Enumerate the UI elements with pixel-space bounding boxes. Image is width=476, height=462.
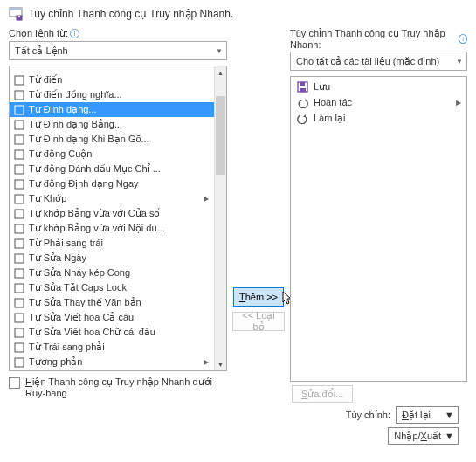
list-item[interactable]: Tự động Cuộn [10,147,214,162]
svg-rect-14 [15,224,24,233]
remove-button: << Loại bỏ [232,312,285,331]
command-icon [13,89,25,101]
command-icon [13,223,25,235]
svg-rect-23 [15,358,24,367]
list-item[interactable]: Tự Sửa Viết hoa Cả câu [10,310,214,325]
scroll-up-button[interactable]: ▲ [215,66,226,79]
list-item[interactable]: Tự động Định dạng Ngay [10,176,214,191]
list-item[interactable]: Hoàn tác▶ [293,94,465,110]
list-item[interactable]: Tự động Đánh dấu Mục Chỉ ... [10,162,214,176]
command-icon [13,312,25,324]
svg-rect-3 [18,16,20,17]
list-item-label: Tương phản [29,356,82,368]
list-item-label: Tự động Cuộn [29,148,92,160]
scroll-track[interactable] [215,79,226,358]
submenu-arrow-icon: ▶ [456,99,461,107]
chevron-down-icon: ▼ [456,58,463,66]
list-item[interactable]: Tự khớp Bảng vừa với Cửa sổ [10,206,214,221]
list-item[interactable]: Tự Sửa Nháy kép Cong [10,265,214,280]
svg-rect-8 [15,135,24,144]
show-below-ribbon-checkbox[interactable] [9,377,20,389]
list-item[interactable]: Từ điển đồng nghĩa... [10,87,214,102]
customize-qat-label: Tùy chỉnh Thanh công cụ Truy nhập Nhanh:… [290,28,467,50]
dialog-title: Tùy chỉnh Thanh công cụ Truy nhập Nhanh. [28,8,233,20]
svg-rect-15 [15,239,24,248]
choose-commands-dropdown[interactable]: Tất cả Lệnh ▼ [9,41,227,60]
commands-listbox[interactable]: Từ điểnTừ điển đồng nghĩa...Tự Định dạng… [9,66,227,371]
list-item[interactable]: Tự Sửa Thay thế Văn bản [10,295,214,310]
command-icon [13,163,25,176]
command-icon [13,297,25,309]
svg-rect-28 [300,88,306,92]
svg-rect-22 [15,343,24,352]
svg-rect-27 [300,82,305,86]
list-item-label: Tự Định dạng Khi Bạn Gõ... [29,134,149,145]
list-item[interactable]: Từ Trái sang phải [10,340,214,355]
command-icon [13,134,25,146]
command-icon [13,252,25,265]
list-item-label: Từ Phải sang trái [29,238,103,249]
reset-dropdown[interactable]: Đặt lại ▼ [396,406,459,424]
list-item[interactable]: Tự Sửa Ngày [10,251,214,265]
info-icon: i [459,34,467,44]
list-item-label: Làm lại [314,113,345,124]
list-item-label: Tự Sửa Tắt Caps Lock [29,282,127,293]
chevron-down-icon: ▼ [216,47,223,55]
list-item-label: Tự Định dạng Bảng... [29,119,122,130]
command-icon [13,327,25,339]
list-item[interactable]: Tự Khớp▶ [10,191,214,206]
list-item[interactable]: Tự Định dạng... [10,102,214,117]
list-item[interactable]: Tự Sửa Tắt Caps Lock [10,280,214,295]
list-item-label: Tự động Định dạng Ngay [29,178,139,190]
list-item[interactable]: Từ điển [10,72,214,87]
command-icon [13,341,25,354]
quick-access-icon [9,7,23,21]
list-item[interactable]: Lưu [293,79,465,94]
list-item[interactable]: Thanh công cụ Tùy chỉnh▶ [10,369,214,370]
scrollbar[interactable]: ▲ ▼ [214,66,226,370]
command-icon [13,74,25,86]
svg-rect-12 [15,195,24,203]
list-item-label: Tự Sửa Ngày [29,252,86,264]
redo-icon [296,112,308,124]
list-item[interactable]: Tự Định dạng Khi Bạn Gõ... [10,132,214,147]
svg-rect-9 [15,150,24,159]
command-icon [13,356,25,369]
list-item-label: Tự Định dạng... [29,104,97,115]
chevron-down-icon: ▼ [445,431,454,441]
list-item[interactable] [10,66,214,72]
list-item-label: Lưu [314,81,330,93]
list-item[interactable]: Làm lại [293,110,465,126]
list-item-label: Tự Sửa Nháy kép Cong [29,267,130,279]
list-item[interactable]: Tự Định dạng Bảng... [10,117,214,132]
dropdown-value: Tất cả Lệnh [15,45,68,57]
list-item[interactable]: Tự khớp Bảng vừa với Nội du... [10,221,214,236]
list-item-label: Tự Khớp [29,193,66,204]
submenu-arrow-icon: ▶ [204,358,210,366]
command-icon [13,104,25,116]
list-item[interactable]: Tự Sửa Viết hoa Chữ cái đầu [10,325,214,340]
list-item-label: Hoàn tác [314,97,352,107]
import-export-dropdown[interactable]: Nhập/Xuất ▼ [388,427,459,445]
scroll-thumb[interactable] [216,96,225,175]
command-icon [13,178,25,190]
command-icon [13,267,25,279]
add-button[interactable]: Thêm >> [233,287,284,307]
customize-scope-dropdown[interactable]: Cho tất cả các tài liệu (mặc định) ▼ [290,52,467,71]
command-icon [13,238,25,250]
choose-commands-label: Chọn lệnh từ: i [9,28,227,39]
dialog-header: Tùy chỉnh Thanh công cụ Truy nhập Nhanh. [0,0,476,24]
scroll-down-button[interactable]: ▼ [215,358,226,370]
list-item-label: Tự khớp Bảng vừa với Cửa sổ [29,208,161,219]
svg-rect-19 [15,299,24,307]
list-item-label: Tự Sửa Viết hoa Cả câu [29,312,134,323]
svg-rect-20 [15,314,24,322]
svg-rect-6 [15,106,24,114]
qat-listbox[interactable]: LưuHoàn tác▶Làm lại [290,76,467,382]
svg-rect-11 [15,180,24,189]
command-icon [13,208,25,220]
svg-rect-10 [15,165,24,174]
list-item[interactable]: Từ Phải sang trái [10,236,214,251]
svg-rect-7 [15,121,24,129]
list-item[interactable]: Tương phản▶ [10,355,214,369]
